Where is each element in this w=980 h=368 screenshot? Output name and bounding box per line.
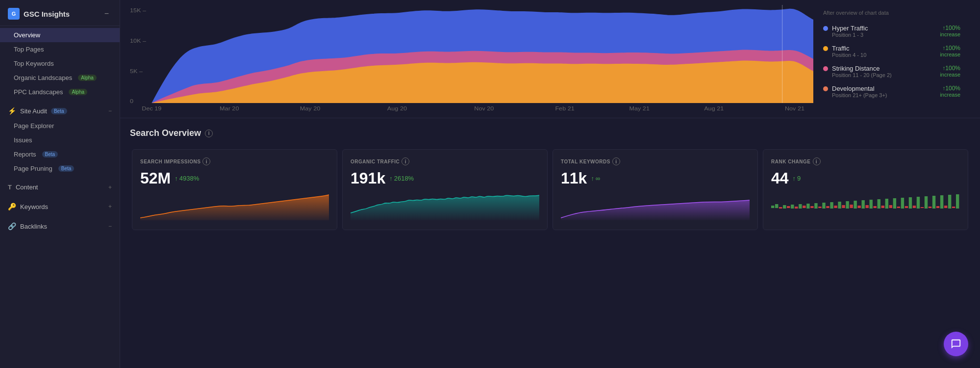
svg-rect-34 bbox=[850, 205, 853, 208]
brand-title: GSC Insights bbox=[24, 10, 70, 18]
metric-change: ↑ 9 bbox=[793, 175, 801, 182]
svg-text:Mar 20: Mar 20 bbox=[220, 106, 239, 111]
sidebar-item-top-keywords[interactable]: Top Keywords bbox=[0, 56, 120, 71]
legend-item-hyper-traffic: Hyper Traffic Position 1 - 3 ↑100% incre… bbox=[823, 25, 960, 38]
sidebar-section-keywords: 🔑 Keywords + bbox=[0, 197, 120, 216]
svg-rect-36 bbox=[857, 206, 860, 208]
beta-badge: Beta bbox=[42, 151, 58, 158]
info-icon[interactable]: i bbox=[202, 158, 210, 165]
metric-card-organic-traffic: ORGANIC TRAFFIC i 191k ↑ 2618% bbox=[342, 149, 548, 230]
alpha-badge: Alpha bbox=[69, 89, 87, 95]
svg-text:Dec 19: Dec 19 bbox=[142, 106, 161, 111]
legend-change: ↑100% increase bbox=[940, 85, 960, 98]
section-left: 🔗 Backlinks bbox=[8, 222, 47, 230]
info-icon[interactable]: i bbox=[813, 158, 821, 165]
metric-change: ↑ ∞ bbox=[591, 175, 600, 182]
sidebar-item-label: Top Keywords bbox=[14, 60, 54, 67]
legend-name: Striking Distance bbox=[832, 65, 892, 72]
legend-name: Developmental bbox=[832, 85, 887, 92]
metric-value-row: 44 ↑ 9 bbox=[771, 169, 960, 187]
info-icon[interactable]: i bbox=[205, 130, 213, 137]
info-icon[interactable]: i bbox=[612, 158, 620, 165]
metric-value: 11k bbox=[561, 169, 587, 187]
content-header[interactable]: T Content + bbox=[0, 180, 120, 195]
svg-rect-31 bbox=[838, 202, 841, 209]
svg-rect-33 bbox=[846, 201, 849, 209]
sidebar-collapse-button[interactable]: − bbox=[101, 8, 112, 19]
sidebar-item-label: Reports bbox=[14, 151, 36, 158]
change-pct: 4938% bbox=[179, 175, 199, 182]
svg-rect-53 bbox=[925, 196, 928, 209]
arrow-up-icon: ↑ bbox=[793, 175, 796, 182]
sidebar-item-issues[interactable]: Issues bbox=[0, 133, 120, 147]
site-audit-title: Site Audit bbox=[20, 107, 47, 115]
arrow-up-icon: ↑ bbox=[389, 175, 393, 182]
search-overview-heading: Search Overview i bbox=[130, 128, 970, 138]
sidebar-item-page-explorer[interactable]: Page Explorer bbox=[0, 119, 120, 133]
svg-rect-45 bbox=[893, 198, 896, 209]
metric-card-rank-change: RANK CHANGE i 44 ↑ 9 bbox=[763, 149, 968, 230]
sidebar-item-label: Top Pages bbox=[14, 46, 44, 53]
sidebar-section-site-audit: ⚡ Site Audit Beta − Page Explorer Issues… bbox=[0, 101, 120, 178]
text-icon: T bbox=[8, 184, 12, 191]
svg-rect-17 bbox=[783, 205, 786, 209]
section-heading-text: Search Overview bbox=[130, 128, 201, 138]
chat-button[interactable] bbox=[944, 332, 968, 356]
metric-change: ↑ 4938% bbox=[175, 175, 199, 182]
sidebar-item-label: Page Pruning bbox=[14, 165, 52, 172]
info-icon[interactable]: i bbox=[402, 158, 409, 165]
metric-card-search-impressions: SEARCH IMPRESSIONS i 52M ↑ 4938% bbox=[132, 149, 337, 230]
arrow-up-icon: ↑ bbox=[591, 175, 594, 182]
svg-rect-49 bbox=[909, 197, 912, 209]
sidebar-item-page-pruning[interactable]: Page Pruning Beta bbox=[0, 161, 120, 176]
legend-name: Hyper Traffic bbox=[832, 25, 868, 32]
chat-icon bbox=[951, 339, 961, 349]
keywords-header[interactable]: 🔑 Keywords + bbox=[0, 199, 120, 214]
legend-title: After overview of chart data bbox=[823, 10, 960, 16]
legend-sub: Position 11 - 20 (Page 2) bbox=[832, 72, 892, 78]
svg-rect-40 bbox=[874, 206, 877, 208]
sidebar-item-top-pages[interactable]: Top Pages bbox=[0, 42, 120, 56]
sidebar-section-content: T Content + bbox=[0, 178, 120, 197]
svg-text:Feb 21: Feb 21 bbox=[555, 106, 574, 111]
svg-text:5K –: 5K – bbox=[130, 69, 143, 74]
svg-rect-20 bbox=[795, 207, 798, 209]
svg-rect-61 bbox=[956, 194, 959, 209]
svg-rect-56 bbox=[936, 206, 939, 208]
change-pct: 2618% bbox=[394, 175, 414, 182]
svg-rect-48 bbox=[905, 206, 908, 208]
site-audit-header[interactable]: ⚡ Site Audit Beta − bbox=[0, 103, 120, 119]
svg-rect-46 bbox=[897, 207, 900, 208]
legend-sub: Position 4 - 10 bbox=[832, 52, 866, 58]
sidebar-item-overview[interactable]: Overview bbox=[0, 28, 120, 42]
legend-info: Striking Distance Position 11 - 20 (Page… bbox=[832, 65, 892, 78]
svg-rect-38 bbox=[866, 205, 869, 208]
svg-rect-29 bbox=[830, 202, 833, 209]
legend-item-striking-distance: Striking Distance Position 11 - 20 (Page… bbox=[823, 65, 960, 78]
sidebar-item-reports[interactable]: Reports Beta bbox=[0, 147, 120, 161]
metric-value: 52M bbox=[140, 169, 171, 187]
sidebar-item-ppc-landscapes[interactable]: PPC Landscapes Alpha bbox=[0, 85, 120, 99]
legend-info: Traffic Position 4 - 10 bbox=[832, 45, 866, 58]
alpha-badge: Alpha bbox=[78, 75, 97, 81]
svg-rect-25 bbox=[814, 203, 817, 209]
main-chart-svg: 15K – 10K – 5K – 0 Dec 19 Mar 20 May 20 … bbox=[130, 5, 813, 113]
svg-rect-28 bbox=[826, 206, 829, 208]
sidebar: G GSC Insights − Overview Top Pages Top … bbox=[0, 0, 120, 368]
sidebar-item-label: PPC Landscapes bbox=[14, 88, 63, 96]
svg-rect-24 bbox=[810, 206, 813, 208]
minus-icon: − bbox=[108, 223, 112, 230]
keywords-title: Keywords bbox=[20, 203, 48, 210]
impressions-sparkline bbox=[140, 193, 329, 220]
backlinks-header[interactable]: 🔗 Backlinks − bbox=[0, 218, 120, 234]
link-icon: 🔗 bbox=[8, 222, 16, 230]
sidebar-item-organic-landscapes[interactable]: Organic Landscapes Alpha bbox=[0, 71, 120, 85]
beta-badge: Beta bbox=[58, 165, 75, 172]
legend-item-traffic: Traffic Position 4 - 10 ↑100% increase bbox=[823, 45, 960, 58]
svg-rect-47 bbox=[901, 198, 904, 209]
section-left: T Content bbox=[8, 184, 38, 191]
metric-label-text: ORGANIC TRAFFIC bbox=[351, 159, 400, 164]
metric-value: 191k bbox=[351, 169, 385, 187]
developmental-dot bbox=[823, 86, 828, 91]
bolt-icon: ⚡ bbox=[8, 107, 16, 115]
